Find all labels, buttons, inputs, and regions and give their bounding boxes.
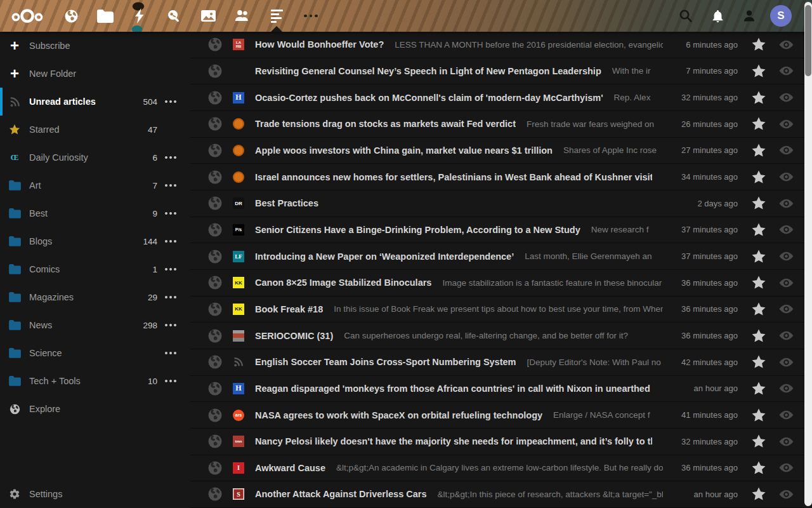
passwords-key-icon[interactable] bbox=[157, 0, 191, 32]
star-button[interactable] bbox=[750, 328, 767, 344]
article-row[interactable]: P/s Senior Citizens Have a Binge-Drinkin… bbox=[190, 217, 804, 244]
item-menu-button[interactable] bbox=[160, 296, 181, 298]
mark-read-button[interactable] bbox=[778, 63, 794, 79]
article-timestamp: an hour ago bbox=[669, 490, 738, 499]
mark-read-button[interactable] bbox=[778, 407, 794, 423]
article-row[interactable]: S Another Attack Against Driverless Cars… bbox=[190, 481, 804, 508]
article-row[interactable]: English Soccer Team Joins Cross-Sport Nu… bbox=[190, 349, 804, 376]
mark-read-button[interactable] bbox=[778, 37, 794, 53]
search-icon[interactable] bbox=[670, 0, 702, 32]
star-button[interactable] bbox=[750, 354, 767, 370]
more-apps-dots-icon[interactable] bbox=[294, 0, 328, 32]
sidebar-item-starred[interactable]: Starred 47 bbox=[0, 116, 190, 144]
files-folder-icon[interactable] bbox=[88, 0, 122, 32]
mark-read-button[interactable] bbox=[778, 222, 794, 237]
notifications-bell-icon[interactable] bbox=[702, 0, 733, 32]
sidebar-item-unread-articles[interactable]: Unread articles 504 bbox=[0, 88, 190, 116]
article-row[interactable]: H Ocasio-Cortez pushes back on McConnell… bbox=[190, 84, 804, 111]
mark-read-button[interactable] bbox=[778, 486, 794, 502]
article-row[interactable]: KK Book Freak #18 In this issue of Book … bbox=[190, 297, 804, 323]
article-row[interactable]: DR Best Practices 2 days ago bbox=[190, 190, 804, 217]
item-menu-button[interactable] bbox=[160, 240, 181, 243]
article-row[interactable]: Revisiting General Counsel Ney’s Speech … bbox=[190, 58, 804, 85]
sidebar-item-blogs[interactable]: Blogs 144 bbox=[0, 227, 190, 255]
scrollbar-thumb[interactable] bbox=[805, 5, 811, 76]
item-menu-button[interactable] bbox=[160, 324, 181, 326]
contacts-menu-icon[interactable] bbox=[733, 0, 765, 32]
mark-read-button[interactable] bbox=[778, 248, 794, 264]
star-button[interactable] bbox=[750, 169, 767, 185]
unread-count: 1 bbox=[152, 265, 157, 274]
star-button[interactable] bbox=[750, 486, 767, 502]
star-button[interactable] bbox=[750, 301, 767, 318]
mark-read-button[interactable] bbox=[778, 169, 794, 185]
mark-read-button[interactable] bbox=[778, 301, 794, 317]
feed-favicon: H bbox=[233, 92, 244, 104]
star-button[interactable] bbox=[750, 274, 767, 291]
feed-favicon: LF bbox=[233, 251, 244, 262]
article-excerpt: Enlarge / NASA concept f bbox=[553, 410, 663, 420]
star-button[interactable] bbox=[750, 36, 767, 53]
item-menu-button[interactable] bbox=[160, 380, 181, 382]
article-title: NASA agrees to work with SpaceX on orbit… bbox=[255, 410, 542, 420]
sidebar-item-tech-tools[interactable]: Tech + Tools 10 bbox=[0, 367, 190, 395]
star-button[interactable] bbox=[750, 380, 767, 397]
item-menu-button[interactable] bbox=[160, 268, 181, 271]
item-menu-button[interactable] bbox=[160, 212, 181, 215]
sidebar-item-news[interactable]: News 298 bbox=[0, 311, 190, 339]
sidebar-item-best[interactable]: Best 9 bbox=[0, 199, 190, 227]
article-row[interactable]: Israel announces new homes for settlers,… bbox=[190, 164, 804, 190]
mark-read-button[interactable] bbox=[778, 142, 794, 158]
contacts-people-icon[interactable] bbox=[225, 0, 259, 32]
mark-read-button[interactable] bbox=[778, 460, 794, 476]
sidebar-item-daily-curiosity[interactable]: Œ Daily Curiosity 6 bbox=[0, 144, 190, 171]
article-row[interactable]: Apple woos investors with China gain, ma… bbox=[190, 138, 804, 164]
article-row[interactable]: SERIOCOMIC (31) Can superheroes undergo … bbox=[190, 323, 804, 349]
nextcloud-logo-icon[interactable] bbox=[10, 8, 44, 27]
article-row[interactable]: tmn Nancy Pelosi likely doesn't have the… bbox=[190, 429, 804, 455]
star-button[interactable] bbox=[750, 460, 767, 476]
mark-read-button[interactable] bbox=[778, 196, 794, 211]
star-button[interactable] bbox=[750, 116, 767, 132]
sidebar-item-science[interactable]: Science bbox=[0, 339, 190, 367]
star-button[interactable] bbox=[750, 407, 767, 424]
star-button[interactable] bbox=[750, 248, 767, 265]
sidebar-item-magazines[interactable]: Magazines 29 bbox=[0, 283, 190, 311]
mark-read-button[interactable] bbox=[778, 434, 794, 450]
article-row[interactable]: H Reagan disparaged 'monkeys from those … bbox=[190, 376, 804, 403]
mark-read-button[interactable] bbox=[778, 116, 794, 132]
item-menu-button[interactable] bbox=[160, 352, 181, 354]
user-avatar[interactable]: S bbox=[765, 0, 797, 32]
star-button[interactable] bbox=[750, 142, 767, 159]
star-button[interactable] bbox=[750, 63, 767, 79]
mark-read-button[interactable] bbox=[778, 380, 794, 396]
mark-read-button[interactable] bbox=[778, 328, 794, 344]
star-button[interactable] bbox=[750, 90, 767, 106]
activity-lightning-icon[interactable] bbox=[122, 0, 157, 32]
new-folder-button[interactable]: + New Folder bbox=[0, 60, 190, 88]
mark-read-button[interactable] bbox=[778, 354, 794, 370]
globe-app-icon[interactable] bbox=[54, 0, 88, 32]
item-menu-button[interactable] bbox=[160, 184, 181, 187]
item-menu-button[interactable] bbox=[160, 100, 181, 103]
article-row[interactable]: Trade tensions drag on stocks as markets… bbox=[190, 111, 804, 138]
sidebar-item-comics[interactable]: Comics 1 bbox=[0, 255, 190, 283]
article-row[interactable]: KK Canon 8×25 Image Stabilized Binocular… bbox=[190, 270, 804, 297]
settings-button[interactable]: Settings bbox=[0, 480, 190, 508]
mark-read-button[interactable] bbox=[778, 90, 794, 105]
vertical-scrollbar[interactable] bbox=[804, 2, 812, 506]
article-row[interactable]: I Awkward Cause &lt;p&gt;An academic in … bbox=[190, 455, 804, 482]
item-menu-button[interactable] bbox=[160, 156, 181, 159]
star-button[interactable] bbox=[750, 195, 767, 211]
mark-read-button[interactable] bbox=[778, 275, 794, 291]
star-button[interactable] bbox=[750, 433, 767, 450]
article-row[interactable]: LF Introducing a New Paper on ‘Weaponize… bbox=[190, 243, 804, 270]
article-row[interactable]: ars NASA agrees to work with SpaceX on o… bbox=[190, 402, 804, 429]
news-lines-icon[interactable] bbox=[259, 0, 294, 32]
sidebar-item-explore[interactable]: Explore bbox=[0, 395, 190, 423]
star-button[interactable] bbox=[750, 222, 767, 238]
photos-icon[interactable] bbox=[191, 0, 225, 32]
sidebar-item-art[interactable]: Art 7 bbox=[0, 171, 190, 199]
subscribe-button[interactable]: + Subscribe bbox=[0, 32, 190, 60]
article-row[interactable]: LA RB How Would Bonhoeffer Vote? LESS TH… bbox=[190, 32, 804, 58]
